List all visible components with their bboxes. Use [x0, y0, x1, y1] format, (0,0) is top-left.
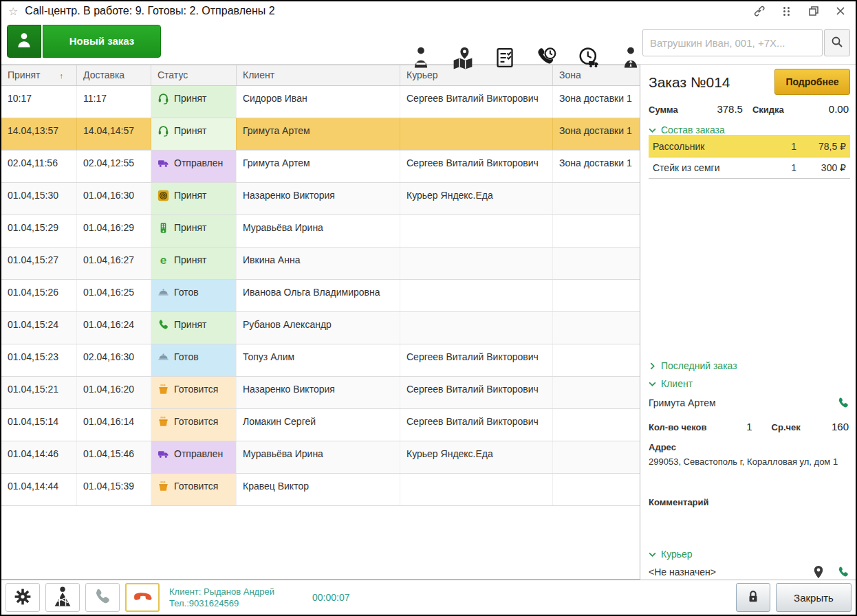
order-item-row[interactable]: Рассольник178,5 ₽ [649, 135, 850, 157]
call-timer: 00:00:07 [312, 592, 350, 603]
table-header: Принят↑ Доставка Статус Клиент Курьер Зо… [1, 65, 640, 86]
table-row[interactable]: 01.04,14:4601.04,15:46ОтправленМуравьёва… [1, 441, 640, 474]
link-icon[interactable] [754, 6, 766, 17]
settings-button[interactable] [6, 583, 40, 612]
column-header-status[interactable]: Статус [151, 65, 237, 85]
table-body: 10:1711:17ПринятСидоров ИванСергеев Вита… [1, 86, 640, 580]
order-item-qty: 1 [765, 141, 796, 152]
sum-value: 378.5 [678, 103, 752, 115]
cell-status: Принят [151, 312, 237, 344]
column-header-accepted[interactable]: Принят↑ [1, 65, 77, 85]
table-row[interactable]: 01.04,15:2601.04,16:25ГотовИванова Ольга… [1, 280, 640, 312]
column-header-zone[interactable]: Зона [553, 65, 640, 85]
cell-accepted-time: 01.04,14:46 [1, 441, 77, 473]
more-menu-icon[interactable] [781, 6, 792, 17]
call-client-icon[interactable] [836, 396, 850, 410]
order-item-price: 78,5 ₽ [796, 141, 846, 152]
table-row[interactable]: 01.04,15:2701.04,16:27eПринятИвкина Анна [1, 248, 640, 280]
status-label: Готовится [174, 416, 218, 427]
cell-courier: Курьер Яндекс.Еда [400, 183, 553, 214]
order-item-qty: 1 [765, 162, 796, 173]
cell-courier [400, 280, 553, 311]
cell-zone [553, 377, 640, 408]
table-row[interactable]: 01.04,15:3001.04,16:30ПринятНазаренко Ви… [1, 183, 640, 215]
courier-section[interactable]: Курьер [649, 549, 850, 560]
cell-accepted-time: 01.04,15:26 [1, 280, 77, 311]
client-card-button[interactable] [7, 25, 41, 58]
last-order-section[interactable]: Последний заказ [649, 360, 850, 371]
cell-client: Иванова Ольга Владимировна [237, 280, 400, 311]
status-label: Принят [174, 319, 206, 330]
call-button[interactable] [85, 583, 120, 612]
table-row[interactable]: 01.04,15:2302.04,16:30ГотовТопуз АлимСер… [1, 344, 640, 377]
order-items-section[interactable]: Состав заказа [649, 124, 850, 135]
search-input[interactable] [642, 29, 823, 56]
table-row[interactable]: 10:1711:17ПринятСидоров ИванСергеев Вита… [1, 86, 640, 118]
column-header-client[interactable]: Клиент [237, 65, 400, 85]
table-row[interactable]: 01.04,15:2101.04,16:20ГотовитсяНазаренко… [1, 377, 640, 409]
cell-delivery-time: 02.04,12:55 [77, 151, 151, 182]
person-icon [15, 31, 33, 51]
call-center-window: ☆ Call-центр. В работе: 9. Готовы: 2. От… [0, 0, 857, 616]
cell-delivery-time: 01.04,16:27 [77, 248, 151, 279]
cell-status: Отправлен [151, 441, 237, 473]
pot-icon [158, 384, 169, 395]
window-title: Call-центр. В работе: 9. Готовы: 2. Отпр… [25, 5, 274, 17]
cell-zone: Зона доставки 1 [553, 151, 640, 182]
table-row[interactable]: 14.04,13:5714.04,14:57ПринятГримута Арте… [1, 118, 640, 151]
status-label: Принят [174, 93, 206, 104]
details-button[interactable]: Подробнее [774, 69, 850, 95]
cell-delivery-time: 11:17 [77, 86, 151, 118]
lock-button[interactable] [736, 583, 770, 612]
search-button[interactable] [824, 29, 850, 56]
caller-info: Клиент: Рыданов Андрей Тел.:9031624569 [169, 586, 274, 609]
close-button[interactable]: Закрыть [776, 583, 851, 612]
cell-courier: Сергеев Виталий Викторович [400, 409, 553, 441]
restore-window-icon[interactable] [807, 6, 819, 17]
new-order-button[interactable]: Новый заказ [43, 25, 161, 58]
column-header-courier[interactable]: Курьер [400, 65, 553, 85]
cell-accepted-time: 14.04,13:57 [1, 118, 77, 150]
favorite-star-icon[interactable]: ☆ [8, 5, 18, 18]
cloche-icon [158, 351, 169, 363]
cell-status: Принят [151, 118, 237, 150]
cell-courier: Сергеев Виталий Викторович [400, 86, 553, 118]
cell-accepted-time: 10:17 [1, 86, 77, 118]
pot-icon [158, 416, 169, 428]
order-item-name: Рассольник [653, 141, 765, 152]
call-courier-icon[interactable] [836, 565, 850, 579]
table-row[interactable]: 01.04,15:1401.04,16:14ГотовитсяЛомакин С… [1, 409, 640, 441]
cell-zone [553, 280, 640, 311]
cell-client: Назаренко Виктория [237, 183, 400, 214]
cell-zone [553, 409, 640, 441]
order-item-row[interactable]: Стейк из семги1300 ₽ [649, 157, 850, 179]
cell-delivery-time: 01.04,16:14 [77, 409, 151, 441]
pot-icon [158, 481, 169, 492]
cell-courier [400, 118, 553, 150]
cell-client: Назаренко Виктория [237, 377, 400, 408]
cell-accepted-time: 01.04,15:23 [1, 344, 77, 376]
table-row[interactable]: 02.04,11:5602.04,12:55ОтправленГримута А… [1, 151, 640, 183]
table-row[interactable]: 01.04,15:2901.04,16:29ПринятМуравьёва Ир… [1, 215, 640, 248]
cell-delivery-time: 01.04,16:24 [77, 312, 151, 344]
client-section[interactable]: Клиент [649, 378, 850, 389]
truck-icon [158, 157, 169, 169]
headset-icon [158, 93, 169, 104]
main-area: Принят↑ Доставка Статус Клиент Курьер Зо… [1, 65, 856, 580]
cell-status: eПринят [151, 248, 237, 279]
caller-phone: Тел.:9031624569 [169, 597, 274, 609]
cell-accepted-time: 02.04,11:56 [1, 151, 77, 182]
cell-delivery-time: 01.04,15:46 [77, 441, 151, 473]
cell-client: Рубанов Александр [237, 312, 400, 344]
close-window-icon[interactable] [834, 6, 846, 17]
table-row[interactable]: 01.04,15:2401.04,16:24ПринятРубанов Алек… [1, 312, 640, 344]
cell-accepted-time: 01.04,15:14 [1, 409, 77, 441]
cell-courier: Сергеев Виталий Викторович [400, 151, 553, 182]
cell-courier: Сергеев Виталий Викторович [400, 377, 553, 408]
column-header-delivery[interactable]: Доставка [77, 65, 151, 85]
cell-accepted-time: 01.04,15:27 [1, 248, 77, 279]
hangup-button[interactable] [125, 583, 160, 612]
courier-map-button[interactable] [45, 583, 80, 612]
courier-location-icon[interactable] [812, 565, 825, 579]
table-row[interactable]: 01.04,14:4401.04,15:39ГотовитсяКравец Ви… [1, 474, 640, 506]
